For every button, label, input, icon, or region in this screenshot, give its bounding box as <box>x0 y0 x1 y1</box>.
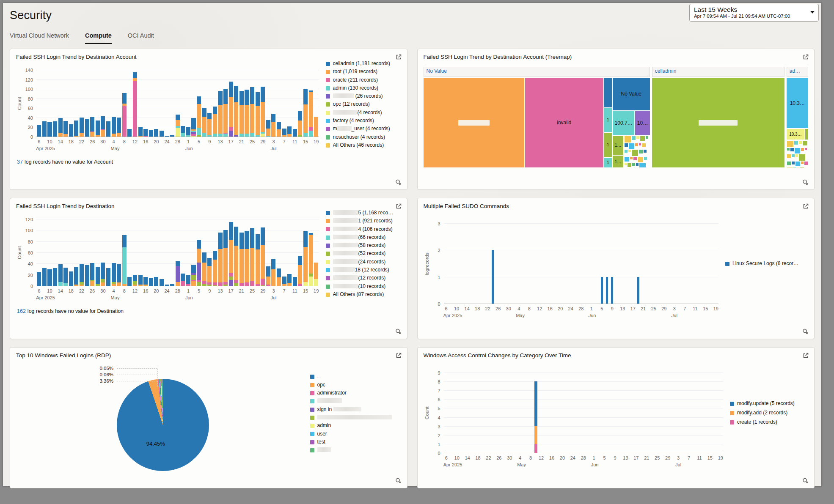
tab-virtual-cloud-network[interactable]: Virtual Cloud Network <box>10 32 69 44</box>
treemap-cell[interactable] <box>638 157 643 162</box>
bar[interactable] <box>90 117 94 137</box>
bar[interactable] <box>106 268 110 286</box>
treemap-cell[interactable] <box>792 162 795 164</box>
treemap-cell[interactable] <box>642 143 646 147</box>
treemap-cell[interactable] <box>625 143 628 147</box>
bar[interactable] <box>287 274 292 286</box>
bar[interactable] <box>314 263 318 286</box>
bar[interactable] <box>534 381 537 453</box>
treemap-rect[interactable] <box>424 78 524 167</box>
bar[interactable] <box>127 129 132 137</box>
bar[interactable] <box>165 285 169 286</box>
bar[interactable] <box>191 118 195 137</box>
treemap-cell[interactable] <box>625 163 627 165</box>
legend-item[interactable]: oracle (211 records) <box>326 77 401 83</box>
treemap-cell[interactable] <box>799 141 802 144</box>
bar[interactable] <box>47 269 52 286</box>
treemap-rect[interactable] <box>652 78 784 167</box>
treemap-rect[interactable]: invalid <box>525 78 603 167</box>
treemap-cell[interactable] <box>787 162 791 165</box>
bar[interactable] <box>106 121 110 137</box>
treemap-cell[interactable] <box>793 167 796 167</box>
legend-item[interactable]: 18 (12 records) <box>326 267 401 273</box>
bar[interactable] <box>138 127 143 137</box>
bar[interactable] <box>63 121 68 137</box>
treemap-rect[interactable]: 1 <box>604 158 612 167</box>
bar[interactable] <box>277 268 281 286</box>
treemap-cell[interactable] <box>625 150 628 153</box>
treemap-rect[interactable]: 1 <box>604 133 612 157</box>
bar[interactable] <box>266 120 270 137</box>
bar[interactable] <box>133 275 137 286</box>
bar[interactable] <box>271 114 275 137</box>
legend-item[interactable]: user <box>310 431 401 437</box>
bar[interactable] <box>170 284 174 286</box>
treemap-cell[interactable] <box>628 150 631 152</box>
view-in-log-search-button[interactable] <box>801 327 810 336</box>
legend-item[interactable]: factory (4 records) <box>326 118 401 124</box>
legend-item[interactable]: m_user (4 records) <box>326 126 401 132</box>
legend-item[interactable]: 4 (106 records) <box>326 227 401 233</box>
legend-item[interactable]: modify.update (5 records) <box>730 401 808 407</box>
treemap-cell[interactable] <box>635 143 638 146</box>
treemap-cell[interactable] <box>625 136 631 142</box>
legend-item[interactable] <box>310 415 401 421</box>
bar[interactable] <box>149 130 153 137</box>
bar[interactable] <box>101 116 105 137</box>
bar[interactable] <box>218 91 222 137</box>
treemap-cell[interactable] <box>630 157 633 159</box>
treemap-cell[interactable] <box>803 141 807 145</box>
bar[interactable] <box>239 91 244 137</box>
treemap-cell[interactable] <box>639 163 646 167</box>
open-in-new-window-button[interactable] <box>801 53 810 61</box>
treemap-cell[interactable] <box>792 154 795 157</box>
legend-item[interactable] <box>310 398 401 404</box>
bar[interactable] <box>282 129 286 137</box>
bar[interactable] <box>303 231 308 286</box>
open-in-new-window-button[interactable] <box>394 53 403 61</box>
treemap-cell[interactable] <box>640 136 645 141</box>
legend-item[interactable]: test <box>310 439 401 445</box>
bar[interactable] <box>80 118 84 137</box>
bar[interactable] <box>223 89 228 137</box>
legend-item[interactable]: admin <box>310 423 401 429</box>
bar[interactable] <box>37 125 41 137</box>
bar[interactable] <box>245 231 249 286</box>
bar[interactable] <box>229 82 233 137</box>
treemap-cell[interactable] <box>639 143 641 145</box>
treemap-cell[interactable] <box>632 163 635 166</box>
legend-item[interactable]: nosuchuser (4 records) <box>326 134 401 140</box>
treemap-group-header[interactable]: No Value <box>424 67 650 77</box>
view-in-log-search-button[interactable] <box>801 178 810 187</box>
bar[interactable] <box>250 228 254 286</box>
bar[interactable] <box>298 111 302 137</box>
view-in-log-search-button[interactable] <box>801 477 810 485</box>
bar[interactable] <box>101 263 105 286</box>
legend-item[interactable]: create (1 records) <box>730 419 808 425</box>
no-value-count-link[interactable]: 37 <box>17 159 23 165</box>
bar[interactable] <box>69 124 73 137</box>
bar[interactable] <box>266 266 270 286</box>
bar[interactable] <box>261 87 265 137</box>
legend-item[interactable]: administrator <box>310 390 401 396</box>
legend-item[interactable]: opc <box>310 382 401 388</box>
view-in-log-search-button[interactable] <box>394 327 403 336</box>
bar[interactable] <box>42 268 47 286</box>
treemap-rect[interactable]: 10… <box>635 111 650 135</box>
legend-item[interactable]: sign in <box>310 407 401 413</box>
bar[interactable] <box>122 235 127 286</box>
legend-item[interactable]: modify.add (2 records) <box>730 410 808 416</box>
treemap-cell[interactable] <box>625 157 629 162</box>
treemap-cell[interactable] <box>795 162 800 166</box>
legend-item[interactable]: celladmin (1,181 records) <box>326 61 401 67</box>
bar[interactable] <box>303 89 308 137</box>
view-in-log-search-button[interactable] <box>394 178 403 187</box>
bar[interactable] <box>160 131 164 137</box>
bar[interactable] <box>309 90 313 137</box>
treemap-cell[interactable] <box>639 150 643 153</box>
treemap-group-header[interactable]: ad… <box>787 67 808 77</box>
bar[interactable] <box>207 258 212 286</box>
bar[interactable] <box>96 267 100 286</box>
open-in-new-window-button[interactable] <box>801 202 810 211</box>
bar[interactable] <box>138 275 143 286</box>
